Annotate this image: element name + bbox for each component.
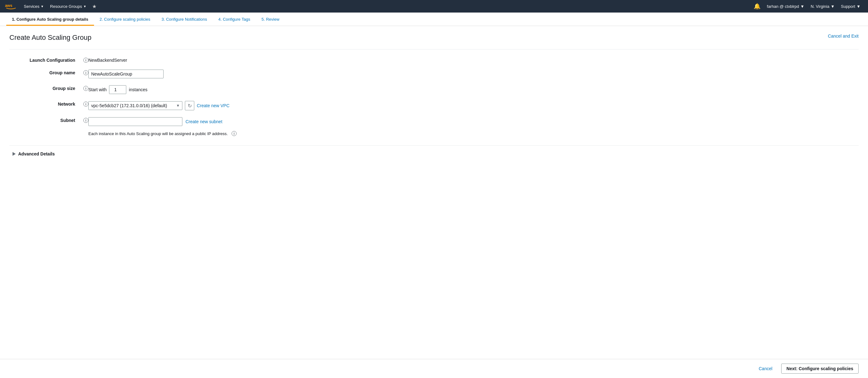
start-with-label: Start with [88, 87, 106, 92]
form-section: Launch Configuration i NewBackendServer … [9, 49, 859, 136]
subnet-value-area: Create new subnet Each instance in this … [88, 116, 856, 136]
network-value: vpc-5e5dcb27 (172.31.0.0/16) (default) ▼… [88, 100, 856, 110]
advanced-details-label: Advanced Details [18, 151, 55, 156]
services-caret-icon: ▼ [41, 5, 44, 8]
user-menu[interactable]: farhan @ ctxblrpd ▼ [764, 4, 807, 9]
launch-config-value: NewBackendServer [88, 56, 856, 63]
subnet-info-icon[interactable]: i [83, 118, 88, 123]
user-caret-icon: ▼ [800, 4, 804, 9]
tab-3-notifications[interactable]: 3. Configure Notifications [156, 12, 213, 26]
advanced-toggle-arrow-icon [12, 152, 16, 156]
tab-2-scaling-policies[interactable]: 2. Configure scaling policies [94, 12, 156, 26]
group-name-info-icon[interactable]: i [83, 70, 88, 75]
main-content: Create Auto Scaling Group Cancel and Exi… [0, 26, 868, 373]
subnet-input[interactable] [88, 117, 182, 126]
create-vpc-link[interactable]: Create new VPC [197, 103, 229, 108]
tab-1-configure-details[interactable]: 1. Configure Auto Scaling group details [6, 12, 94, 26]
tab-4-configure-tags[interactable]: 4. Configure Tags [213, 12, 256, 26]
page-header: Create Auto Scaling Group Cancel and Exi… [9, 34, 859, 42]
next-button[interactable]: Next: Configure scaling policies [781, 364, 859, 373]
subnet-row: Subnet i Create new subnet Each instance… [9, 116, 859, 136]
resource-groups-nav[interactable]: Resource Groups ▼ [47, 0, 90, 12]
instances-label: instances [129, 87, 147, 92]
nav-right-section: 🔔 farhan @ ctxblrpd ▼ N. Virginia ▼ Supp… [751, 3, 863, 10]
region-caret-icon: ▼ [831, 4, 835, 9]
advanced-details-section: Advanced Details [9, 146, 859, 158]
ip-notice-info-icon[interactable]: i [231, 131, 237, 136]
create-subnet-link[interactable]: Create new subnet [186, 119, 222, 124]
aws-logo[interactable]: aws [5, 2, 17, 11]
svg-text:aws: aws [5, 3, 12, 8]
support-menu[interactable]: Support ▼ [839, 4, 863, 9]
network-label: Network [12, 100, 82, 106]
wizard-tabs: 1. Configure Auto Scaling group details … [0, 12, 868, 26]
tab-5-review[interactable]: 5. Review [256, 12, 285, 26]
page-title: Create Auto Scaling Group [9, 34, 92, 42]
bookmarks-icon[interactable]: ★ [90, 3, 99, 9]
refresh-icon: ↻ [188, 103, 192, 109]
advanced-details-toggle[interactable]: Advanced Details [9, 150, 859, 158]
cancel-button[interactable]: Cancel [755, 364, 776, 373]
page-footer: Cancel Next: Configure scaling policies [0, 359, 868, 373]
cancel-exit-link[interactable]: Cancel and Exit [828, 34, 859, 38]
group-name-row: Group name i [9, 68, 859, 78]
top-navigation: aws Services ▼ Resource Groups ▼ ★ 🔔 far… [0, 0, 868, 12]
group-name-input[interactable] [88, 70, 163, 78]
notifications-icon[interactable]: 🔔 [751, 3, 763, 10]
network-select[interactable]: vpc-5e5dcb27 (172.31.0.0/16) (default) [88, 101, 182, 110]
resource-groups-caret-icon: ▼ [83, 5, 87, 8]
group-name-label: Group name [12, 68, 82, 75]
network-row: Network i vpc-5e5dcb27 (172.31.0.0/16) (… [9, 100, 859, 110]
network-info-icon[interactable]: i [83, 101, 88, 106]
region-menu[interactable]: N. Virginia ▼ [808, 4, 837, 9]
services-nav[interactable]: Services ▼ [21, 0, 47, 12]
launch-config-row: Launch Configuration i NewBackendServer [9, 56, 859, 63]
launch-config-text: NewBackendServer [88, 57, 127, 63]
group-size-label: Group size [12, 84, 82, 91]
group-size-info-icon[interactable]: i [83, 86, 88, 91]
group-size-row: Group size i Start with instances [9, 84, 859, 94]
ip-notice-text: Each instance in this Auto Scaling group… [88, 131, 228, 136]
network-select-wrapper: vpc-5e5dcb27 (172.31.0.0/16) (default) ▼ [88, 101, 182, 110]
subnet-label: Subnet [12, 116, 82, 123]
launch-config-info-icon[interactable]: i [83, 58, 88, 63]
group-size-value: Start with instances [88, 84, 856, 94]
support-caret-icon: ▼ [857, 4, 861, 9]
instances-count-input[interactable] [109, 85, 126, 94]
refresh-network-button[interactable]: ↻ [185, 101, 194, 110]
group-name-value [88, 68, 856, 78]
launch-config-label: Launch Configuration [12, 56, 82, 63]
